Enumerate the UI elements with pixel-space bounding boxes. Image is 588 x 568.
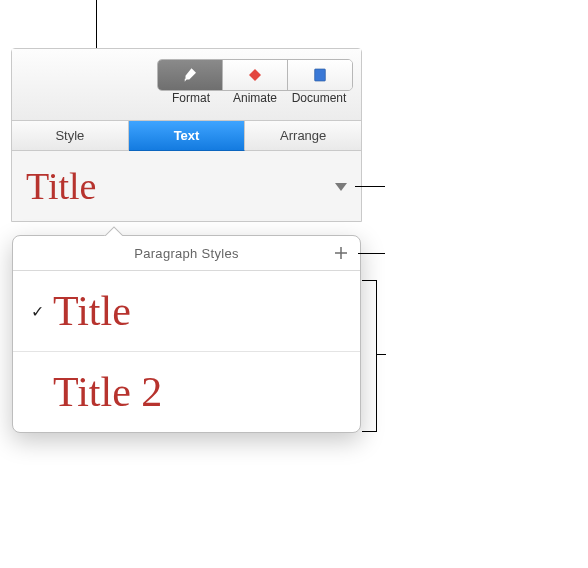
checkmark-icon: ✓	[31, 302, 53, 321]
style-row-title-2[interactable]: Title 2	[13, 352, 360, 432]
inspector-mode-segmented	[157, 59, 353, 91]
popover-title: Paragraph Styles	[134, 246, 239, 261]
animate-label: Animate	[223, 91, 287, 105]
format-button[interactable]	[158, 60, 223, 90]
paragraph-style-selector[interactable]: Title	[12, 151, 361, 221]
style-row-title[interactable]: ✓ Title	[13, 271, 360, 352]
callout-bracket-styles	[362, 280, 377, 432]
paintbrush-icon	[180, 66, 200, 84]
inspector-toolbar: Format Animate Document	[12, 49, 361, 121]
chevron-down-icon	[335, 183, 347, 191]
callout-bracket-stem	[376, 354, 386, 355]
document-label: Document	[287, 91, 351, 105]
style-row-label: Title	[53, 287, 131, 335]
paragraph-styles-popover: Paragraph Styles ✓ Title Title 2	[12, 235, 361, 433]
tab-text[interactable]: Text	[129, 121, 246, 151]
popover-header: Paragraph Styles	[13, 236, 360, 271]
plus-icon	[332, 244, 350, 262]
current-style-name: Title	[26, 164, 96, 208]
document-icon	[312, 66, 328, 84]
animate-button[interactable]	[223, 60, 288, 90]
tab-style[interactable]: Style	[12, 121, 129, 151]
callout-line-plus	[358, 253, 385, 254]
tab-arrange[interactable]: Arrange	[245, 121, 361, 151]
toolbar-labels: Format Animate Document	[159, 91, 351, 105]
style-disclosure-button[interactable]	[335, 183, 347, 191]
document-button[interactable]	[288, 60, 352, 90]
callout-line-disclosure	[355, 186, 385, 187]
inspector-tabs: Style Text Arrange	[12, 121, 361, 151]
add-paragraph-style-button[interactable]	[328, 240, 354, 266]
style-row-label: Title 2	[53, 368, 162, 416]
diamond-icon	[247, 67, 263, 83]
format-label: Format	[159, 91, 223, 105]
popover-arrow	[103, 226, 123, 236]
svg-rect-0	[315, 69, 326, 81]
inspector-panel: Format Animate Document Style Text Arran…	[11, 48, 362, 222]
